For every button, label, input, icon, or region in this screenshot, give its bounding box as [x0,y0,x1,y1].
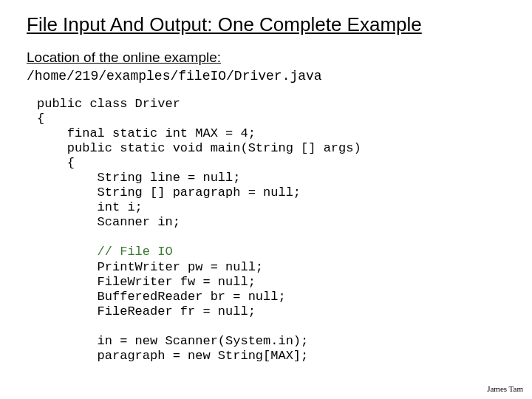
code-line: in = new Scanner(System.in); [37,334,308,348]
file-path: /home/219/examples/fileIO/Driver.java [27,69,505,83]
code-line: Scanner in; [37,215,180,229]
code-block: public class Driver { final static int M… [37,97,505,364]
code-line: { [37,156,75,170]
code-line: int i; [37,200,143,214]
location-label: Location of the online example: [27,50,505,66]
code-line: final static int MAX = 4; [37,126,256,140]
code-comment: // File IO [37,245,173,259]
slide: File Input And Output: One Complete Exam… [0,0,532,364]
footer-author: James Tam [487,384,523,393]
code-line: String line = null; [37,171,240,185]
slide-title: File Input And Output: One Complete Exam… [27,13,505,36]
code-line: FileWriter fw = null; [37,275,256,289]
code-line: public class Driver [37,97,180,111]
code-line: { [37,112,44,126]
code-line: PrintWriter pw = null; [37,260,263,274]
code-line: paragraph = new String[MAX]; [37,349,308,363]
code-line: BufferedReader br = null; [37,290,286,304]
code-line: public static void main(String [] args) [37,141,361,155]
code-line: FileReader fr = null; [37,304,256,318]
code-line: String [] paragraph = null; [37,185,301,200]
